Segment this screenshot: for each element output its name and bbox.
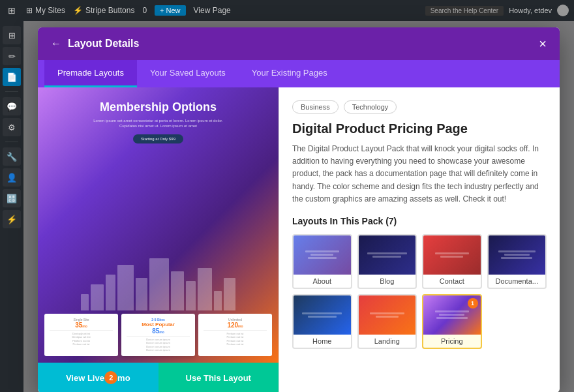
admin-bar-search[interactable]: Search the Help Center: [425, 6, 504, 16]
layout-thumb-docs: [489, 235, 546, 275]
modal-title-area: ← Layout Details: [51, 38, 139, 50]
layout-thumb-home: [294, 295, 351, 335]
layout-item-landing[interactable]: Landing: [357, 294, 417, 349]
layout-item-blog[interactable]: Blog: [357, 234, 417, 289]
tag-business[interactable]: Business: [292, 100, 339, 113]
preview-title: Membership Options: [100, 100, 217, 114]
preview-actions: View Live Demo 2 Use This Layout: [38, 363, 279, 392]
preview-buildings: [38, 258, 279, 310]
preview-card: Membership Options Lorem ipsum set amet …: [38, 87, 279, 363]
pricing-cards-preview: Single Site 35mo Dontoply wit tstDentips…: [44, 314, 272, 356]
stripe-icon: ⚡: [73, 6, 83, 15]
tab-premade-layouts[interactable]: Premade Layouts: [44, 60, 137, 87]
modal-overlay: ← Layout Details × Premade Layouts Your …: [23, 21, 574, 392]
layout-thumb-blog: [359, 235, 416, 275]
page-title-main: Digital Product Pricing Page: [292, 121, 547, 136]
sidebar-divider-1: [5, 91, 18, 92]
sidebar-icon-users[interactable]: 👤: [3, 168, 21, 187]
modal-close-button[interactable]: ×: [539, 37, 547, 50]
sidebar-icon-edit[interactable]: ✏: [3, 47, 21, 65]
layout-grid: About Blog: [292, 234, 547, 349]
layout-item-about[interactable]: About: [292, 234, 352, 289]
sidebar-icon-pages[interactable]: 📄: [3, 68, 21, 86]
sidebar-icon-plugins[interactable]: 🔧: [3, 147, 21, 166]
admin-avatar: [557, 5, 569, 16]
modal-body: Membership Options Lorem ipsum set amet …: [38, 87, 560, 392]
layout-item-documentation[interactable]: Documenta...: [487, 234, 547, 289]
admin-bar-new[interactable]: + New: [155, 5, 186, 16]
preview-panel: Membership Options Lorem ipsum set amet …: [38, 87, 279, 392]
layout-item-home[interactable]: Home: [292, 294, 352, 349]
preview-image: Membership Options Lorem ipsum set amet …: [38, 87, 279, 363]
tag-row: Business Technology: [292, 100, 547, 113]
modal-header: ← Layout Details ×: [38, 27, 560, 60]
page-description: The Digital Product Layout Pack that wil…: [292, 143, 547, 205]
layout-label-contact: Contact: [423, 275, 481, 288]
admin-bar-right: Search the Help Center Howdy, etdev: [425, 5, 569, 16]
layout-label-blog: Blog: [359, 275, 416, 288]
admin-bar-stripebuttons[interactable]: ⚡ Stripe Buttons: [73, 6, 134, 15]
use-this-layout-button[interactable]: Use This Layout: [159, 363, 279, 392]
admin-bar-mysites[interactable]: ⊞ My Sites: [26, 6, 65, 15]
layout-details-modal: ← Layout Details × Premade Layouts Your …: [38, 27, 560, 392]
view-live-demo-button[interactable]: View Live Demo 2: [38, 363, 159, 392]
back-button[interactable]: ←: [51, 38, 61, 50]
sidebar: ⊞ ✏ 📄 💬 ⚙ 🔧 👤 🔠 ⚡: [0, 21, 23, 392]
tag-technology[interactable]: Technology: [344, 100, 397, 113]
layout-label-home: Home: [294, 335, 351, 348]
wp-logo-icon: ⊞: [5, 4, 18, 17]
layouts-pack-title: Layouts In This Pack (7): [292, 216, 547, 226]
layout-item-pricing[interactable]: 1 Pricing: [422, 294, 482, 349]
layout-thumb-landing: [359, 295, 416, 335]
modal-tabs: Premade Layouts Your Saved Layouts Your …: [38, 60, 560, 87]
admin-bar-viewpage[interactable]: View Page: [194, 6, 231, 15]
layout-label-landing: Landing: [359, 335, 416, 348]
pricing-thumb-badge: 1: [468, 298, 478, 309]
layout-thumb-about: [294, 235, 351, 275]
layout-thumb-contact: [423, 235, 481, 275]
tab-existing-pages[interactable]: Your Existing Pages: [239, 60, 340, 87]
layout-item-contact[interactable]: Contact: [422, 234, 482, 289]
sidebar-icon-etdev[interactable]: ⚡: [3, 210, 21, 228]
layout-label-about: About: [294, 275, 351, 288]
main-content: Excerpt ← Layout Details × Premade Layou…: [23, 21, 574, 392]
modal-title: Layout Details: [68, 38, 139, 50]
tab-saved-layouts[interactable]: Your Saved Layouts: [137, 60, 239, 87]
pricing-card-single: Single Site 35mo Dontoply wit tstDentips…: [44, 314, 118, 356]
pricing-card-unlimited: Unlimited 120mo Pretium nut tstPretium n…: [198, 314, 272, 356]
layout-thumb-pricing: 1: [423, 295, 481, 335]
layout-label-documentation: Documenta...: [489, 275, 546, 288]
mysites-icon: ⊞: [26, 6, 33, 15]
preview-cta-btn: Starting at Only $99: [133, 134, 183, 143]
admin-bar-comments[interactable]: 0: [142, 6, 147, 15]
pricing-card-popular: 2-5 SitesMost Popular 85mo Doctor conum …: [121, 314, 195, 356]
layout-label-pricing: Pricing: [423, 335, 481, 348]
admin-bar-howdy: Howdy, etdev: [509, 7, 552, 14]
sidebar-icon-tools[interactable]: 🔠: [3, 189, 21, 207]
sidebar-icon-comments[interactable]: 💬: [3, 97, 21, 115]
sidebar-divider-2: [5, 142, 18, 142]
sidebar-icon-settings[interactable]: ⚙: [3, 118, 21, 136]
preview-subtitle: Lorem ipsum set amet consectetur at port…: [93, 118, 222, 129]
info-panel: Business Technology Digital Product Pric…: [279, 87, 560, 392]
admin-bar: ⊞ ⊞ My Sites ⚡ Stripe Buttons 0 + New Vi…: [0, 0, 574, 21]
sidebar-icon-dashboard[interactable]: ⊞: [3, 26, 21, 44]
